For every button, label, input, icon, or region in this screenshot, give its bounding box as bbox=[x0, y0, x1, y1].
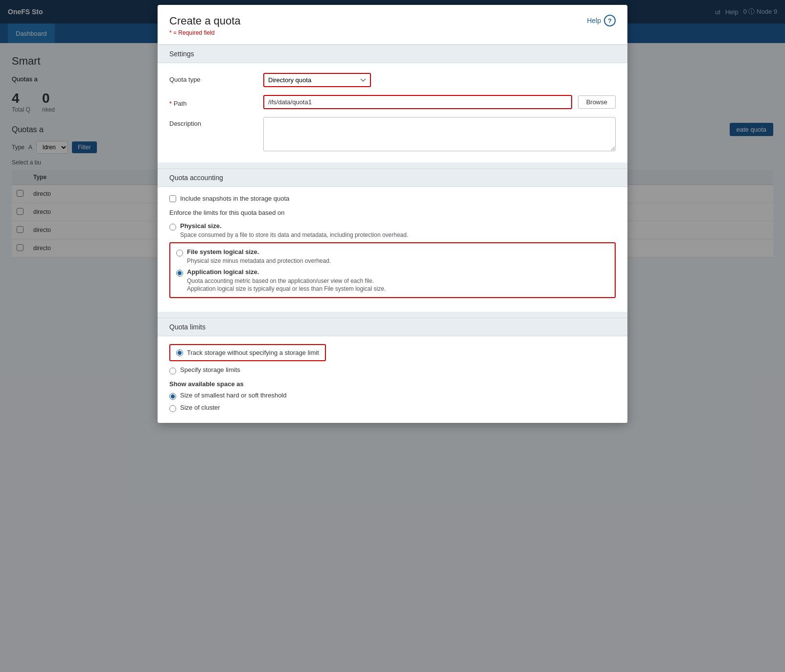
quota-type-control: Directory quota User quota Group quota bbox=[263, 73, 616, 87]
create-quota-modal: Create a quota * = Required field Help ?… bbox=[158, 5, 627, 423]
settings-section-body: Quota type Directory quota User quota Gr… bbox=[158, 63, 627, 162]
physical-size-label-strong: Physical size. bbox=[180, 222, 222, 230]
path-row-container: * Path Browse bbox=[169, 95, 616, 109]
app-size-desc1: Quota accounting metric based on the app… bbox=[187, 278, 609, 284]
smallest-threshold-radio[interactable] bbox=[169, 393, 176, 400]
size-of-cluster-radio[interactable] bbox=[169, 405, 176, 412]
description-control bbox=[263, 117, 616, 153]
quota-type-row: Quota type Directory quota User quota Gr… bbox=[169, 73, 616, 87]
path-label: * Path bbox=[169, 97, 257, 107]
filesystem-size-desc: Physical size minus metadata and protect… bbox=[187, 257, 609, 264]
path-input[interactable] bbox=[268, 98, 567, 106]
physical-size-group: Physical size. Space consumed by a file … bbox=[169, 222, 616, 238]
logical-size-section: File system logical size. Physical size … bbox=[169, 242, 616, 298]
track-storage-radio[interactable] bbox=[176, 349, 183, 356]
enforce-label: Enforce the limits for this quota based … bbox=[169, 209, 616, 216]
description-label: Description bbox=[169, 117, 257, 127]
modal-overlay: Create a quota * = Required field Help ?… bbox=[0, 0, 785, 672]
modal-required-text: * = Required field bbox=[169, 29, 241, 36]
path-input-section: Browse bbox=[263, 95, 616, 109]
section-divider-1 bbox=[158, 162, 627, 168]
show-space-label: Show available space as bbox=[169, 380, 616, 388]
app-size-radio-item: Application logical size. bbox=[176, 268, 609, 277]
physical-size-radio[interactable] bbox=[169, 224, 176, 231]
quota-type-select[interactable]: Directory quota User quota Group quota bbox=[263, 73, 371, 87]
app-size-radio[interactable] bbox=[176, 270, 183, 277]
quota-limits-body: Track storage without specifying a stora… bbox=[158, 336, 627, 423]
quota-accounting-body: Include snapshots in the storage quota E… bbox=[158, 187, 627, 312]
quota-limits-header: Quota limits bbox=[158, 318, 627, 336]
filesystem-size-label-strong: File system logical size. bbox=[187, 248, 259, 255]
filesystem-size-radio-item: File system logical size. bbox=[176, 248, 609, 256]
quota-accounting-section: Quota accounting Include snapshots in th… bbox=[158, 168, 627, 312]
smallest-threshold-label[interactable]: Size of smallest hard or soft threshold bbox=[180, 392, 287, 399]
track-storage-radio-bordered: Track storage without specifying a stora… bbox=[169, 344, 326, 361]
size-of-cluster-label[interactable]: Size of cluster bbox=[180, 404, 220, 411]
filesystem-size-radio[interactable] bbox=[176, 250, 183, 256]
modal-header: Create a quota * = Required field Help ? bbox=[158, 5, 627, 45]
modal-body: Settings Quota type Directory quota User… bbox=[158, 45, 627, 423]
description-row: Description bbox=[169, 117, 616, 153]
app-size-label-strong: Application logical size. bbox=[187, 268, 259, 276]
app-size-label[interactable]: Application logical size. bbox=[187, 268, 259, 276]
specify-storage-radio[interactable] bbox=[169, 368, 176, 374]
include-snapshots-checkbox[interactable] bbox=[169, 195, 176, 202]
quota-accounting-header: Quota accounting bbox=[158, 168, 627, 187]
app-size-desc2: Application logical size is typically eq… bbox=[187, 285, 609, 292]
help-circle-icon: ? bbox=[604, 15, 616, 26]
help-label: Help bbox=[587, 17, 601, 24]
path-required-star: * bbox=[169, 100, 172, 107]
settings-section-header: Settings bbox=[158, 45, 627, 63]
smallest-threshold-radio-item: Size of smallest hard or soft threshold bbox=[169, 392, 616, 400]
description-textarea[interactable] bbox=[263, 117, 616, 151]
specify-storage-label[interactable]: Specify storage limits bbox=[180, 366, 240, 373]
path-label-text: Path bbox=[174, 100, 187, 107]
physical-size-radio-item: Physical size. bbox=[169, 222, 616, 231]
quota-limits-section: Quota limits Track storage without speci… bbox=[158, 318, 627, 423]
physical-size-desc: Space consumed by a file to store its da… bbox=[180, 232, 616, 238]
size-of-cluster-radio-item: Size of cluster bbox=[169, 404, 616, 412]
include-snapshots-row: Include snapshots in the storage quota bbox=[169, 195, 616, 202]
modal-title-section: Create a quota * = Required field bbox=[169, 15, 241, 36]
help-button[interactable]: Help ? bbox=[587, 15, 616, 26]
section-divider-2 bbox=[158, 312, 627, 318]
path-input-wrapper bbox=[263, 95, 572, 109]
browse-button[interactable]: Browse bbox=[578, 95, 616, 109]
settings-section: Settings Quota type Directory quota User… bbox=[158, 45, 627, 162]
include-snapshots-label[interactable]: Include snapshots in the storage quota bbox=[180, 195, 289, 202]
modal-title: Create a quota bbox=[169, 15, 241, 27]
quota-type-label: Quota type bbox=[169, 73, 257, 83]
physical-size-label[interactable]: Physical size. bbox=[180, 222, 222, 230]
track-storage-label[interactable]: Track storage without specifying a stora… bbox=[187, 349, 319, 356]
filesystem-size-label[interactable]: File system logical size. bbox=[187, 248, 259, 255]
specify-storage-radio-item: Specify storage limits bbox=[169, 366, 616, 374]
